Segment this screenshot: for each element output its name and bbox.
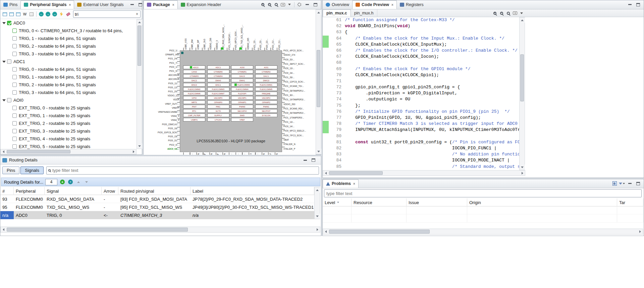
- peripheral-block-ctimer3[interactable]: CTIMER3: [183, 74, 205, 78]
- pin-label[interactable]: FC0_RXD_SDA_MOSI_...: [222, 24, 224, 50]
- pin-label[interactable]: PIO0_16/...: [168, 127, 179, 130]
- pin-label[interactable]: XTAL32M_P: [217, 153, 219, 155]
- pin-label[interactable]: PIO1_15/...: [253, 39, 256, 50]
- checkbox[interactable]: [12, 137, 17, 141]
- route-swap-icon[interactable]: ↔: [52, 11, 58, 17]
- package-diagram[interactable]: LPC55S36JBD100 - HLQFP 100 package ADC0A…: [144, 9, 316, 155]
- scroll-left-arrow[interactable]: [1, 227, 6, 232]
- column-header-peripheral[interactable]: Peripheral: [14, 187, 45, 195]
- tree-item[interactable]: TRIG, 3 - routable to 64 pins, 51 signal…: [0, 50, 137, 58]
- tab-external-user-signals[interactable]: External User Signals: [74, 0, 126, 9]
- scroll-down-arrow[interactable]: [315, 213, 320, 219]
- delete-route-icon[interactable]: ×: [67, 179, 73, 185]
- pin-label[interactable]: VDDIO_112: [167, 94, 179, 97]
- pin-label[interactable]: PIO0_1/...: [169, 66, 179, 68]
- scrollbar-thumb[interactable]: [317, 50, 320, 107]
- checkbox[interactable]: [12, 144, 17, 149]
- pin-label[interactable]: PIO0_6/FC3_SCK/...: [234, 30, 237, 50]
- close-icon[interactable]: ×: [391, 3, 393, 7]
- pin-label[interactable]: PIO0_18/...: [256, 153, 258, 155]
- peripheral-block-ctimer2[interactable]: CTIMER2: [255, 70, 277, 74]
- checkbox[interactable]: [12, 129, 17, 133]
- problems-horizontal-scrollbar[interactable]: [323, 229, 643, 235]
- checkbox[interactable]: [12, 36, 17, 41]
- code-editor[interactable]: 61/* Function assigned for the Cortex-M3…: [323, 17, 525, 170]
- pin-label[interactable]: ADC1IN1A: [168, 78, 179, 80]
- minimize-icon[interactable]: [627, 181, 633, 187]
- pin-label[interactable]: PIO1_3/CAN0_RD/...: [283, 107, 304, 110]
- tree-item[interactable]: TRIG, 2 - routable to 64 pins, 51 signal…: [0, 81, 137, 89]
- zoom-reset-icon[interactable]: [505, 10, 511, 16]
- pin-label[interactable]: USB0_DP: [197, 40, 199, 50]
- peripheral-block-usbfs[interactable]: USBFS: [183, 118, 205, 122]
- routed-signals-table-icon[interactable]: [15, 11, 21, 17]
- scroll-down-arrow[interactable]: [520, 164, 525, 170]
- pin-label[interactable]: PIO1_31/MCLK/...: [228, 32, 230, 50]
- group-by-icon[interactable]: B: [611, 181, 618, 187]
- peripheral-block-swd[interactable]: SWD: [231, 113, 253, 117]
- maximize-icon[interactable]: [312, 2, 318, 8]
- tree-item[interactable]: EXT_TRIG, 3 - routable to 25 signals: [0, 127, 137, 135]
- pin-label[interactable]: VDDIO_263: [283, 103, 295, 105]
- checkbox[interactable]: [7, 21, 11, 25]
- pin-label[interactable]: USB0_VSS: [184, 38, 187, 50]
- peripheral-block-pmc[interactable]: PMC: [207, 105, 229, 108]
- scroll-right-arrow[interactable]: [315, 227, 320, 232]
- pin-label[interactable]: RESETN: [223, 153, 226, 155]
- minimize-icon[interactable]: [304, 2, 310, 8]
- pin-label[interactable]: VSSA_1: [171, 115, 179, 117]
- pin-label[interactable]: PIO0_2/ISEL3/...: [191, 153, 193, 155]
- zoom-in-icon[interactable]: +: [260, 2, 266, 8]
- tree-item[interactable]: TRIG, 1 - routable to 64 pins, 51 signal…: [0, 73, 137, 81]
- peripheral-block-enc0[interactable]: ENC0: [183, 83, 205, 87]
- tab-pins[interactable]: Pins: [0, 0, 20, 9]
- close-icon[interactable]: ×: [69, 3, 71, 7]
- peripheral-block-pwm0[interactable]: PWM0: [231, 105, 253, 108]
- peripheral-block-opamp2[interactable]: OPAMP2: [255, 100, 277, 104]
- pin-label[interactable]: PIO1_27/...: [236, 153, 239, 155]
- pin-label[interactable]: ADC0_0A...: [167, 148, 179, 150]
- peripheral-block-hscmp2[interactable]: HSCMP2: [255, 96, 277, 100]
- checkbox[interactable]: [12, 121, 17, 126]
- scrollbar-thumb[interactable]: [520, 54, 524, 101]
- settings-icon[interactable]: [296, 2, 302, 8]
- pin-label[interactable]: PIO0_26/TAMPER2/...: [283, 112, 305, 114]
- tree-item[interactable]: EXT_TRIG, 2 - routable to 25 signals: [0, 119, 137, 127]
- scroll-down-arrow[interactable]: [137, 143, 142, 149]
- close-icon[interactable]: ×: [172, 3, 174, 7]
- columns-icon[interactable]: [29, 11, 35, 17]
- scrollbar-thumb[interactable]: [329, 171, 383, 175]
- view-menu-icon[interactable]: [519, 10, 525, 16]
- checkbox[interactable]: [12, 83, 17, 87]
- routing-horizontal-scrollbar[interactable]: [0, 227, 320, 233]
- pin-label[interactable]: PIO0_13/...: [283, 67, 294, 69]
- close-icon[interactable]: ×: [353, 182, 355, 186]
- peripheral-block-dma0[interactable]: DMA0: [207, 79, 229, 82]
- checkbox[interactable]: [12, 44, 17, 48]
- column-header-tar[interactable]: Tar: [617, 198, 643, 206]
- pin-label[interactable]: VDD_MAIN: [276, 153, 278, 155]
- peripheral-block-secgpio[interactable]: SECGPIO: [231, 109, 253, 113]
- zoom-reset-icon[interactable]: [273, 2, 279, 8]
- peripheral-block-dac2[interactable]: DAC2: [183, 79, 205, 82]
- pin-label[interactable]: PIO1_17/...: [243, 153, 245, 155]
- expand-arrow-icon[interactable]: [2, 99, 6, 101]
- pin-label[interactable]: PIO0_25/...: [259, 39, 262, 50]
- checkbox[interactable]: [12, 106, 17, 110]
- pin-label[interactable]: PIO1_19/TAMPER3/...: [283, 98, 305, 101]
- pin-label[interactable]: PIO1_1/TAMPER0/...: [283, 116, 304, 119]
- pin-label[interactable]: VDDA: [173, 98, 179, 101]
- scroll-left-arrow[interactable]: [323, 171, 328, 176]
- problems-filter-input[interactable]: [326, 191, 639, 196]
- scroll-up-arrow[interactable]: [137, 19, 142, 25]
- minimize-icon[interactable]: [129, 2, 135, 8]
- maximize-icon[interactable]: [635, 181, 641, 187]
- pin-label[interactable]: PIO0_10/FC6_SCK/...: [158, 131, 179, 134]
- peripheral-block-aoi1[interactable]: AOI1: [255, 65, 277, 69]
- editor-vertical-scrollbar[interactable]: [519, 17, 525, 170]
- pin-label[interactable]: VDDIO_285: [247, 38, 249, 50]
- scroll-right-arrow[interactable]: [520, 171, 525, 176]
- table-row[interactable]: n/aADC0TRIG, 0<-CTIMER0_MATCH_3n/a: [0, 211, 314, 219]
- table-row[interactable]: 93FLEXCOMM0RXD_SDA_MOSI_DATA-[93] FC0_RX…: [0, 195, 314, 203]
- scroll-left-arrow[interactable]: [1, 149, 6, 154]
